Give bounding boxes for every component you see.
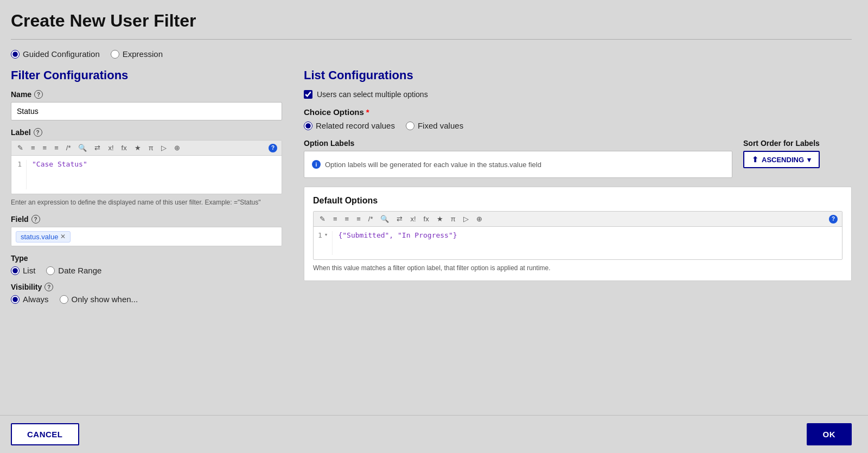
field-help-icon: ? bbox=[31, 215, 40, 224]
default-options-card: Default Options ✎ ≡ ≡ ≡ /* 🔍 ⇄ x! fx ★ π bbox=[304, 187, 852, 281]
name-help-icon: ? bbox=[34, 90, 43, 99]
sort-order-box: Sort Order for Labels ⬆ ASCENDING ▾ bbox=[743, 139, 852, 168]
multiple-options-label[interactable]: Users can select multiple options bbox=[317, 90, 428, 99]
related-record-radio-input[interactable] bbox=[304, 122, 312, 130]
sort-order-button[interactable]: ⬆ ASCENDING ▾ bbox=[743, 151, 820, 168]
option-labels-box: i Option labels will be generated for ea… bbox=[304, 151, 732, 178]
visibility-always-radio[interactable]: Always bbox=[11, 295, 49, 304]
label-hint: Enter an expression to define the displa… bbox=[11, 199, 282, 206]
default-options-code-editor: ✎ ≡ ≡ ≡ /* 🔍 ⇄ x! fx ★ π ▷ ⊕ ? bbox=[313, 211, 843, 260]
main-container: Create New User Filter Guided Configurat… bbox=[0, 0, 868, 453]
page-title: Create New User Filter bbox=[11, 11, 852, 31]
default-toolbar-search-icon[interactable]: 🔍 bbox=[379, 214, 391, 224]
top-divider bbox=[11, 39, 852, 40]
expression-radio[interactable]: Expression bbox=[111, 49, 163, 59]
label-toolbar: ✎ ≡ ≡ ≡ /* 🔍 ⇄ x! fx ★ π ▷ ⊕ ? bbox=[11, 141, 282, 156]
default-toolbar-align-right-icon[interactable]: ≡ bbox=[355, 214, 362, 224]
sort-order-chevron-icon: ▾ bbox=[807, 156, 811, 164]
default-toolbar-fx-icon[interactable]: fx bbox=[422, 214, 431, 224]
ok-button[interactable]: OK bbox=[807, 423, 852, 445]
label-help-icon: ? bbox=[34, 128, 42, 137]
fixed-values-radio[interactable]: Fixed values bbox=[406, 121, 463, 130]
guided-config-radio[interactable]: Guided Configuration bbox=[11, 49, 100, 59]
required-star: * bbox=[366, 107, 369, 117]
type-date-range-radio-input[interactable] bbox=[46, 266, 55, 275]
type-label: Type bbox=[11, 254, 282, 263]
toolbar-pencil-icon[interactable]: ✎ bbox=[16, 143, 25, 153]
visibility-show-when-radio-input[interactable] bbox=[60, 295, 68, 304]
two-column-layout: Filter Configurations Name ? Label ? ✎ ≡… bbox=[11, 68, 852, 311]
toolbar-align-right-icon[interactable]: ≡ bbox=[53, 143, 60, 153]
toolbar-star-icon[interactable]: ★ bbox=[133, 143, 143, 153]
name-input[interactable] bbox=[11, 102, 282, 120]
option-labels-info-icon: i bbox=[312, 160, 321, 169]
field-label: Field ? bbox=[11, 215, 282, 224]
type-list-radio-input[interactable] bbox=[11, 266, 20, 275]
type-date-range-radio[interactable]: Date Range bbox=[46, 266, 101, 275]
config-mode-row: Guided Configuration Expression bbox=[11, 49, 852, 59]
filter-config-section: Filter Configurations Name ? Label ? ✎ ≡… bbox=[11, 68, 282, 311]
default-toolbar-help-icon[interactable]: ? bbox=[829, 215, 838, 224]
default-toolbar-x-icon[interactable]: x! bbox=[409, 214, 417, 224]
label-code-content[interactable]: "Case Status" bbox=[27, 160, 282, 189]
visibility-help-icon: ? bbox=[44, 283, 53, 291]
expression-radio-input[interactable] bbox=[111, 50, 119, 59]
guided-config-radio-input[interactable] bbox=[11, 50, 20, 59]
multiple-options-checkbox[interactable] bbox=[304, 90, 312, 99]
field-tag-container[interactable]: status.value ✕ bbox=[11, 227, 282, 246]
choice-options-heading: Choice Options * bbox=[304, 107, 852, 117]
default-code-string: {"Submitted", "In Progress"} bbox=[338, 231, 457, 239]
line-number-1: 1 bbox=[11, 160, 27, 189]
toolbar-globe-icon[interactable]: ⊕ bbox=[173, 143, 182, 153]
default-toolbar-swap-icon[interactable]: ⇄ bbox=[395, 214, 404, 224]
sort-order-icon: ⬆ bbox=[752, 155, 758, 164]
toolbar-comment-icon[interactable]: /* bbox=[65, 143, 73, 153]
list-config-section: List Configurations Users can select mul… bbox=[304, 68, 852, 311]
type-list-radio[interactable]: List bbox=[11, 266, 35, 275]
toolbar-search-icon[interactable]: 🔍 bbox=[76, 143, 88, 153]
default-hint-text: When this value matches a filter option … bbox=[313, 264, 843, 272]
multiple-options-row: Users can select multiple options bbox=[304, 90, 852, 99]
default-toolbar-pi-icon[interactable]: π bbox=[449, 214, 457, 224]
toolbar-align-center-icon[interactable]: ≡ bbox=[41, 143, 49, 153]
default-toolbar-pencil-icon[interactable]: ✎ bbox=[318, 214, 327, 224]
default-options-toolbar: ✎ ≡ ≡ ≡ /* 🔍 ⇄ x! fx ★ π ▷ ⊕ ? bbox=[314, 212, 842, 227]
filter-config-heading: Filter Configurations bbox=[11, 68, 282, 82]
bottom-spacer bbox=[11, 311, 852, 349]
default-options-title: Default Options bbox=[313, 196, 843, 206]
visibility-label: Visibility ? bbox=[11, 283, 282, 291]
field-tag-remove[interactable]: ✕ bbox=[60, 233, 66, 240]
toolbar-pi-icon[interactable]: π bbox=[147, 143, 155, 153]
toolbar-help-icon[interactable]: ? bbox=[269, 144, 277, 152]
default-toolbar-align-left-icon[interactable]: ≡ bbox=[331, 214, 339, 224]
bottom-bar: CANCEL OK bbox=[0, 415, 868, 453]
toolbar-x-icon[interactable]: x! bbox=[106, 143, 115, 153]
default-code-content[interactable]: {"Submitted", "In Progress"} bbox=[333, 231, 842, 255]
cancel-button[interactable]: CANCEL bbox=[11, 423, 79, 445]
type-radio-row: List Date Range bbox=[11, 266, 282, 275]
visibility-show-when-radio[interactable]: Only show when... bbox=[60, 295, 138, 304]
visibility-always-radio-input[interactable] bbox=[11, 295, 20, 304]
default-toolbar-globe-icon[interactable]: ⊕ bbox=[475, 214, 484, 224]
visibility-section: Visibility ? Always Only show when... bbox=[11, 283, 282, 304]
sort-order-label: Sort Order for Labels bbox=[743, 139, 820, 148]
label-code-editor: ✎ ≡ ≡ ≡ /* 🔍 ⇄ x! fx ★ π ▷ ⊕ ? 1 bbox=[11, 140, 282, 194]
label-code-body: 1 "Case Status" bbox=[11, 156, 282, 194]
fixed-values-radio-input[interactable] bbox=[406, 122, 414, 130]
toolbar-align-left-icon[interactable]: ≡ bbox=[29, 143, 37, 153]
default-toolbar-star-icon[interactable]: ★ bbox=[435, 214, 445, 224]
option-labels-col: Option Labels i Option labels will be ge… bbox=[304, 139, 732, 178]
default-line-number: 1 ▾ bbox=[314, 231, 333, 255]
label-code-string: "Case Status" bbox=[32, 160, 87, 168]
default-toolbar-arrow-icon[interactable]: ▷ bbox=[462, 214, 470, 224]
toolbar-swap-icon[interactable]: ⇄ bbox=[93, 143, 102, 153]
default-toolbar-align-center-icon[interactable]: ≡ bbox=[343, 214, 351, 224]
option-labels-row: Option Labels i Option labels will be ge… bbox=[304, 139, 852, 178]
name-label: Name ? bbox=[11, 90, 282, 99]
toolbar-fx-icon[interactable]: fx bbox=[120, 143, 129, 153]
type-section: Type List Date Range bbox=[11, 254, 282, 275]
default-toolbar-comment-icon[interactable]: /* bbox=[367, 214, 375, 224]
list-config-heading: List Configurations bbox=[304, 68, 852, 82]
related-record-radio[interactable]: Related record values bbox=[304, 121, 395, 130]
toolbar-arrow-icon[interactable]: ▷ bbox=[159, 143, 168, 153]
